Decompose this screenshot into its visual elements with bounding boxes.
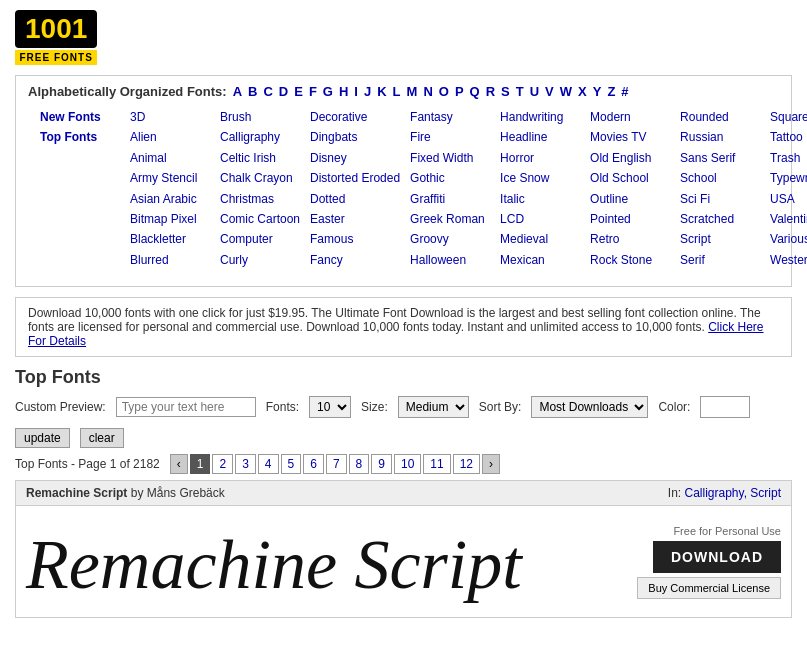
download-button[interactable]: DOWNLOAD [653, 541, 781, 573]
size-select[interactable]: Medium [398, 396, 469, 418]
cat-link-army-stencil[interactable]: Army Stencil [130, 168, 210, 188]
alpha-link-n[interactable]: N [423, 84, 432, 99]
cat-link-horror[interactable]: Horror [500, 148, 580, 168]
cat-link-mexican[interactable]: Mexican [500, 250, 580, 270]
cat-link-3d[interactable]: 3D [130, 107, 210, 127]
page-number-2[interactable]: 2 [212, 454, 233, 474]
cat-link-blackletter[interactable]: Blackletter [130, 229, 210, 249]
cat-link-various[interactable]: Various [770, 229, 807, 249]
page-number-7[interactable]: 7 [326, 454, 347, 474]
cat-link-new-fonts[interactable]: New Fonts [40, 107, 120, 127]
cat-link-square[interactable]: Square [770, 107, 807, 127]
alpha-link-o[interactable]: O [439, 84, 449, 99]
alpha-link-x[interactable]: X [578, 84, 587, 99]
alpha-link-m[interactable]: M [407, 84, 418, 99]
cat-link-gothic[interactable]: Gothic [410, 168, 490, 188]
cat-link-sans-serif[interactable]: Sans Serif [680, 148, 760, 168]
fonts-select[interactable]: 10 [309, 396, 351, 418]
cat-link-pointed[interactable]: Pointed [590, 209, 670, 229]
alpha-link-#[interactable]: # [621, 84, 628, 99]
cat-link-ice-snow[interactable]: Ice Snow [500, 168, 580, 188]
preview-input[interactable] [116, 397, 256, 417]
alpha-link-d[interactable]: D [279, 84, 288, 99]
cat-link-usa[interactable]: USA [770, 189, 807, 209]
cat-link-calligraphy[interactable]: Calligraphy [220, 127, 300, 147]
cat-link-alien[interactable]: Alien [130, 127, 210, 147]
cat-link-fixed-width[interactable]: Fixed Width [410, 148, 490, 168]
alpha-link-p[interactable]: P [455, 84, 464, 99]
page-number-12[interactable]: 12 [453, 454, 480, 474]
alpha-link-r[interactable]: R [486, 84, 495, 99]
alpha-link-j[interactable]: J [364, 84, 371, 99]
cat-link-headline[interactable]: Headline [500, 127, 580, 147]
sort-select[interactable]: Most Downloads [531, 396, 648, 418]
cat-link-celtic-irish[interactable]: Celtic Irish [220, 148, 300, 168]
cat-link-bitmap-pixel[interactable]: Bitmap Pixel [130, 209, 210, 229]
alpha-link-y[interactable]: Y [593, 84, 602, 99]
cat-link-modern[interactable]: Modern [590, 107, 670, 127]
alpha-link-f[interactable]: F [309, 84, 317, 99]
cat-link-old-english[interactable]: Old English [590, 148, 670, 168]
page-number-10[interactable]: 10 [394, 454, 421, 474]
cat-link-script[interactable]: Script [680, 229, 760, 249]
cat-link-blurred[interactable]: Blurred [130, 250, 210, 270]
page-number-8[interactable]: 8 [349, 454, 370, 474]
next-page-button[interactable]: › [482, 454, 500, 474]
cat-link-movies-tv[interactable]: Movies TV [590, 127, 670, 147]
cat-link-greek-roman[interactable]: Greek Roman [410, 209, 490, 229]
alpha-link-t[interactable]: T [516, 84, 524, 99]
alpha-link-i[interactable]: I [354, 84, 358, 99]
page-number-1[interactable]: 1 [190, 454, 211, 474]
cat-link-scratched[interactable]: Scratched [680, 209, 760, 229]
alpha-link-e[interactable]: E [294, 84, 303, 99]
buy-commercial-button[interactable]: Buy Commercial License [637, 577, 781, 599]
cat-link-comic-cartoon[interactable]: Comic Cartoon [220, 209, 300, 229]
cat-link-computer[interactable]: Computer [220, 229, 300, 249]
cat-link-russian[interactable]: Russian [680, 127, 760, 147]
cat-link-medieval[interactable]: Medieval [500, 229, 580, 249]
prev-page-button[interactable]: ‹ [170, 454, 188, 474]
color-picker[interactable] [700, 396, 750, 418]
cat-link-groovy[interactable]: Groovy [410, 229, 490, 249]
update-button[interactable]: update [15, 428, 70, 448]
cat-link-valentine[interactable]: Valentine [770, 209, 807, 229]
cat-link-brush[interactable]: Brush [220, 107, 300, 127]
alpha-link-a[interactable]: A [233, 84, 242, 99]
cat-link-trash[interactable]: Trash [770, 148, 807, 168]
cat-link-famous[interactable]: Famous [310, 229, 400, 249]
cat-link-animal[interactable]: Animal [130, 148, 210, 168]
alpha-link-g[interactable]: G [323, 84, 333, 99]
page-number-9[interactable]: 9 [371, 454, 392, 474]
logo[interactable]: 1001 [15, 10, 97, 48]
cat-link-curly[interactable]: Curly [220, 250, 300, 270]
cat-link-fantasy[interactable]: Fantasy [410, 107, 490, 127]
cat-link-western[interactable]: Western [770, 250, 807, 270]
cat-link-serif[interactable]: Serif [680, 250, 760, 270]
cat-link-rock-stone[interactable]: Rock Stone [590, 250, 670, 270]
cat-link-dotted[interactable]: Dotted [310, 189, 400, 209]
cat-link-old-school[interactable]: Old School [590, 168, 670, 188]
alpha-link-z[interactable]: Z [607, 84, 615, 99]
cat-link-rounded[interactable]: Rounded [680, 107, 760, 127]
cat-link-distorted-eroded[interactable]: Distorted Eroded [310, 168, 400, 188]
font-cats[interactable]: Calligraphy, Script [685, 486, 781, 500]
cat-link-retro[interactable]: Retro [590, 229, 670, 249]
cat-link-fire[interactable]: Fire [410, 127, 490, 147]
cat-link-asian-arabic[interactable]: Asian Arabic [130, 189, 210, 209]
page-number-6[interactable]: 6 [303, 454, 324, 474]
cat-link-easter[interactable]: Easter [310, 209, 400, 229]
cat-link-disney[interactable]: Disney [310, 148, 400, 168]
alpha-link-s[interactable]: S [501, 84, 510, 99]
cat-link-sci-fi[interactable]: Sci Fi [680, 189, 760, 209]
cat-link-chalk-crayon[interactable]: Chalk Crayon [220, 168, 300, 188]
cat-link-tattoo[interactable]: Tattoo [770, 127, 807, 147]
cat-link-halloween[interactable]: Halloween [410, 250, 490, 270]
cat-link-fancy[interactable]: Fancy [310, 250, 400, 270]
alpha-link-h[interactable]: H [339, 84, 348, 99]
page-number-5[interactable]: 5 [281, 454, 302, 474]
cat-link-christmas[interactable]: Christmas [220, 189, 300, 209]
alpha-link-w[interactable]: W [560, 84, 572, 99]
cat-link-outline[interactable]: Outline [590, 189, 670, 209]
clear-button[interactable]: clear [80, 428, 124, 448]
alpha-link-k[interactable]: K [377, 84, 386, 99]
